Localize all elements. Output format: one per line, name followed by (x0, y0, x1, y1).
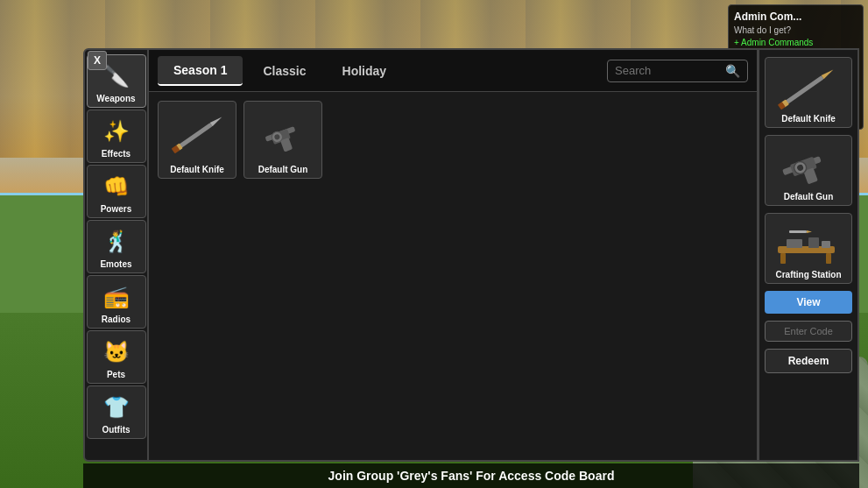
svg-rect-23 (822, 241, 830, 248)
sidebar-radios-label: Radios (102, 315, 131, 324)
svg-rect-20 (826, 253, 831, 264)
sidebar-powers-label: Powers (101, 204, 132, 214)
admin-question: What do I get? (734, 25, 857, 35)
bottom-text: Join Group 'Grey's Fans' For Access Code… (328, 469, 615, 483)
effects-icon: ✨ (97, 114, 136, 149)
redeem-button[interactable]: Redeem (765, 349, 852, 373)
svg-rect-0 (178, 123, 213, 149)
default-gun-label: Default Gun (258, 165, 308, 174)
right-panel: Default Knife Default Gun (759, 48, 859, 462)
sidebar-weapons-label: Weapons (96, 94, 135, 103)
bottom-bar: Join Group 'Grey's Fans' For Access Code… (83, 463, 859, 488)
search-input[interactable] (615, 64, 720, 77)
sidebar-item-outfits[interactable]: 👕 Outfits (87, 385, 146, 439)
items-grid: Default Knife (149, 92, 757, 460)
default-knife-label: Default Knife (170, 165, 224, 174)
sidebar-effects-label: Effects (102, 149, 131, 159)
tab-holiday[interactable]: Holiday (327, 57, 403, 85)
svg-rect-9 (784, 75, 823, 105)
enter-code-input[interactable] (765, 321, 852, 342)
sidebar-item-powers[interactable]: 👊 Powers (87, 165, 146, 218)
tabs-bar: Season 1 Classic Holiday 🔍 (149, 50, 757, 92)
pets-icon: 🐱 (97, 335, 136, 370)
powers-icon: 👊 (97, 169, 136, 204)
crafting-station-label: Crafting Station (776, 270, 842, 279)
default-knife-icon (166, 109, 229, 161)
sidebar-emotes-label: Emotes (100, 259, 131, 269)
sidebar-item-pets[interactable]: 🐱 Pets (87, 330, 146, 384)
outfits-icon: 👕 (97, 390, 136, 425)
right-knife-label: Default Knife (781, 114, 836, 124)
default-gun-icon (251, 109, 314, 161)
svg-marker-25 (807, 230, 812, 233)
search-icon: 🔍 (725, 64, 740, 78)
admin-title: Admin Com... (734, 11, 857, 23)
search-box[interactable]: 🔍 (607, 60, 748, 82)
right-item-crafting-station[interactable]: Crafting Station (765, 213, 852, 284)
sidebar-item-effects[interactable]: ✨ Effects (87, 110, 146, 163)
right-item-default-knife[interactable]: Default Knife (765, 57, 852, 128)
admin-line1: + Admin Commands (734, 38, 857, 47)
svg-rect-24 (789, 230, 807, 233)
sidebar: 🔪 Weapons ✨ Effects 👊 Powers 🕺 Emotes 📻 … (83, 48, 149, 462)
tab-season1[interactable]: Season 1 (158, 56, 243, 86)
radios-icon: 📻 (97, 279, 136, 315)
item-card-default-gun[interactable]: Default Gun (243, 101, 322, 179)
svg-rect-19 (780, 253, 786, 264)
svg-rect-21 (787, 239, 802, 248)
main-content: Season 1 Classic Holiday 🔍 (149, 48, 759, 462)
crafting-station-icon (773, 219, 843, 267)
sidebar-item-radios[interactable]: 📻 Radios (87, 275, 146, 329)
sidebar-item-emotes[interactable]: 🕺 Emotes (87, 220, 146, 273)
right-knife-icon (773, 63, 843, 111)
emotes-icon: 🕺 (97, 224, 136, 259)
right-gun-label: Default Gun (784, 192, 834, 202)
svg-marker-1 (210, 115, 223, 126)
sidebar-pets-label: Pets (107, 370, 125, 379)
right-gun-icon (773, 141, 843, 189)
svg-rect-22 (808, 237, 819, 248)
right-item-default-gun[interactable]: Default Gun (765, 135, 852, 206)
ui-container: 🔪 Weapons ✨ Effects 👊 Powers 🕺 Emotes 📻 … (83, 48, 859, 462)
svg-marker-10 (822, 67, 835, 79)
close-button[interactable]: X (88, 51, 107, 70)
tab-classic[interactable]: Classic (247, 57, 321, 85)
item-card-default-knife[interactable]: Default Knife (158, 101, 236, 179)
sidebar-outfits-label: Outfits (102, 425, 130, 435)
view-button[interactable]: View (765, 291, 852, 314)
